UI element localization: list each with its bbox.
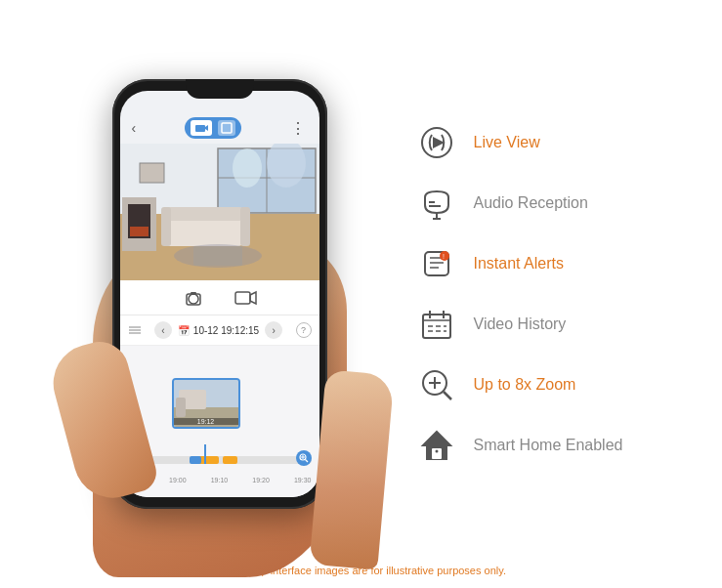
smart-home-label: Smart Home Enabled [474, 437, 623, 454]
svg-point-65 [435, 450, 438, 453]
timeline-cursor[interactable] [204, 444, 206, 464]
svg-rect-12 [164, 207, 242, 221]
svg-point-9 [233, 148, 262, 188]
settings-tab[interactable] [218, 120, 235, 136]
feature-item-zoom: Up to 8x Zoom [415, 359, 669, 410]
svg-rect-24 [235, 292, 250, 304]
screenshot-button[interactable] [182, 286, 205, 310]
phone-notch [186, 79, 254, 99]
controls-bar [120, 280, 319, 315]
feature-item-smart-home: Smart Home Enabled [415, 420, 669, 471]
svg-marker-25 [250, 292, 256, 304]
alerts-label: Instant Alerts [474, 255, 565, 273]
live-view-label: Live View [474, 134, 540, 151]
svg-marker-1 [205, 125, 208, 131]
footer-text-highlight: for illustrative purposes only. [370, 565, 506, 576]
feature-item-audio: Audio Reception [415, 178, 669, 229]
app-header: ‹ ⋮ [120, 112, 319, 144]
camera-preview [120, 144, 319, 280]
features-list: Live View Audio Reception [405, 98, 689, 490]
live-view-icon [415, 121, 458, 164]
tl-label-3: 19:20 [252, 477, 270, 483]
camera-tab[interactable] [191, 120, 212, 136]
svg-rect-14 [240, 207, 250, 246]
thumbnail-time: 19:12 [174, 418, 238, 425]
svg-point-21 [189, 294, 198, 304]
svg-rect-18 [130, 227, 149, 236]
svg-rect-2 [222, 123, 232, 133]
smart-home-icon [415, 424, 458, 467]
audio-icon [415, 182, 458, 225]
recording-segment [190, 456, 200, 464]
main-container: ‹ ⋮ [0, 0, 722, 588]
timeline-prev-button[interactable]: ‹ [154, 321, 172, 339]
timeline-next-button[interactable]: › [265, 321, 282, 339]
video-thumbnail[interactable]: 19:12 [172, 378, 240, 429]
svg-rect-20 [140, 163, 164, 183]
back-button[interactable]: ‹ [132, 120, 137, 136]
zoom-icon [415, 363, 458, 406]
svg-point-19 [174, 244, 262, 268]
tl-label-2: 19:10 [211, 477, 229, 483]
svg-rect-0 [195, 125, 205, 132]
more-menu-button[interactable]: ⋮ [290, 119, 307, 138]
svg-rect-32 [176, 398, 186, 417]
record-button[interactable] [234, 286, 258, 310]
alerts-icon: ! [415, 242, 458, 285]
feature-item-live-view: Live View [415, 117, 669, 168]
calendar-icon: 📅 [178, 325, 190, 336]
app-tab-bar[interactable] [185, 117, 241, 139]
tl-label-1: 19:00 [169, 477, 187, 483]
svg-point-47 [440, 251, 449, 261]
history-label: Video History [474, 315, 567, 333]
feature-item-alerts: ! Instant Alerts [415, 238, 669, 289]
svg-rect-23 [191, 292, 196, 295]
phone-screen: ‹ ⋮ [120, 91, 319, 497]
audio-label: Audio Reception [474, 194, 588, 212]
svg-line-60 [444, 392, 451, 399]
list-icon [128, 325, 142, 335]
timeline-track [128, 456, 312, 464]
zoom-label: Up to 8x Zoom [474, 376, 576, 394]
svg-rect-13 [161, 207, 171, 246]
feature-item-history: Video History [415, 299, 669, 350]
phone-section: ‹ ⋮ [34, 11, 405, 577]
svg-line-34 [305, 460, 308, 463]
history-icon [415, 303, 458, 346]
zoom-timeline-button[interactable] [296, 450, 312, 466]
event-segment-2 [223, 456, 237, 464]
svg-rect-11 [164, 217, 242, 246]
svg-text:!: ! [443, 253, 445, 260]
timeline-date: 📅 10-12 19:12:15 [178, 325, 259, 336]
help-button[interactable]: ? [296, 322, 312, 338]
tl-label-4: 19:30 [294, 477, 312, 483]
timeline-header: ‹ 📅 10-12 19:12:15 › ? [120, 315, 319, 346]
